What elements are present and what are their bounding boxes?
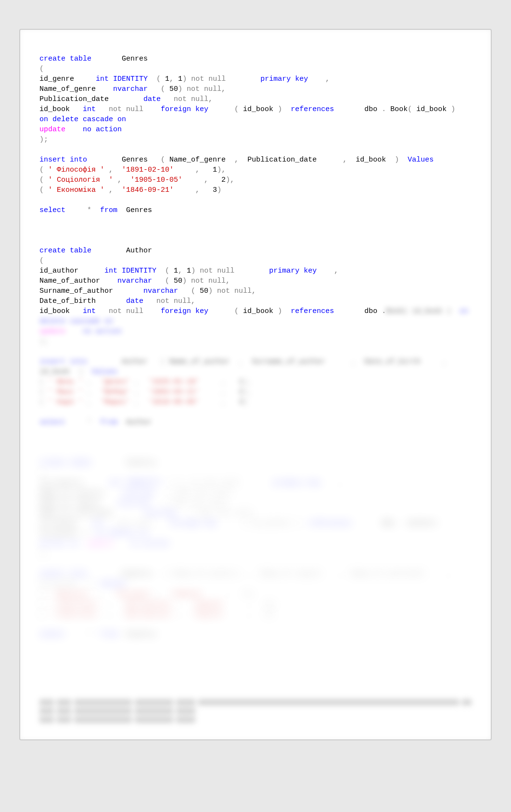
- column-name: Date_of_birth: [39, 297, 126, 305]
- paren: ),: [217, 166, 226, 174]
- values-kw: Values: [408, 156, 434, 164]
- number: 50: [169, 277, 182, 285]
- keyword-create-table: create table: [39, 55, 91, 63]
- datatype: nvarchar: [117, 277, 152, 285]
- comma: ,: [174, 166, 213, 174]
- paren: ),: [226, 176, 234, 184]
- blurred-text: select * from Country: [39, 630, 156, 638]
- number: 50: [195, 287, 208, 295]
- paren: (: [39, 186, 44, 194]
- comma: ,: [317, 267, 338, 275]
- paren: ): [395, 156, 408, 164]
- keyword-create-table: create table: [39, 247, 91, 255]
- datatype: date: [126, 297, 143, 305]
- not-null: ) not null,: [178, 85, 226, 93]
- primary-key: primary key: [269, 267, 317, 275]
- paren: ): [278, 105, 291, 113]
- table-name: Author: [91, 247, 152, 255]
- blurred-text: Name_of_region nvarchar ( 50) not null,: [39, 499, 230, 507]
- column-name: id_book: [39, 105, 83, 113]
- column-list: Name_of_genre: [165, 156, 234, 164]
- comma: ,: [104, 186, 122, 194]
- paren: (: [148, 85, 165, 93]
- column-name: id_genre: [39, 75, 96, 83]
- blurred-text: ( ' Жиль ' , 'Делез' , '1925-01-18' , 1)…: [39, 378, 252, 386]
- column-name: Name_of_author: [39, 277, 117, 285]
- paren: ): [278, 307, 291, 315]
- paren: (: [39, 166, 44, 174]
- string-literal: ' Соціологія ': [44, 176, 113, 184]
- insert-into: insert into: [39, 156, 87, 164]
- paren: (: [39, 176, 44, 184]
- foreign-key: foreign key: [161, 307, 208, 315]
- schema: dbo: [334, 105, 377, 113]
- column-list: id_book: [347, 156, 395, 164]
- column-name: id_book: [39, 307, 83, 315]
- string-literal: '1846-09-21': [122, 186, 174, 194]
- datatype: int IDENTITY: [104, 267, 156, 275]
- paren: (: [178, 287, 195, 295]
- table-name: Genres: [91, 55, 148, 63]
- schema: dbo: [334, 307, 377, 315]
- blurred-text: ( ' Франція ' , 'Західна' , 'Європа' , 1…: [39, 590, 256, 598]
- blurred-text: insert into Country ( Name_of_country , …: [39, 570, 460, 588]
- table-name: Genres: [87, 156, 161, 164]
- string-literal: '1905-10-05': [130, 176, 182, 184]
- blurred-text: (: [39, 469, 44, 477]
- primary-key: primary key: [260, 75, 308, 83]
- not-null: ) not null,: [208, 287, 256, 295]
- blurred-text: ( ' Німеччина ' , 'Центральна' , 'Європа…: [39, 610, 273, 618]
- column-ref: id_book: [239, 307, 278, 315]
- paren: (: [408, 105, 412, 113]
- blurred-text: action on update no action: [39, 539, 169, 548]
- no-action: no action: [83, 125, 122, 134]
- comma: ,: [343, 156, 347, 164]
- table-ref: Book: [390, 105, 408, 113]
- datatype: nvarchar: [143, 287, 178, 295]
- blurred-text: Name_of_continent nvarchar ( 50) not nul…: [39, 509, 256, 517]
- blurred-text: insert into Author ( Name_of_author , Su…: [39, 358, 455, 376]
- from-kw: from: [100, 206, 117, 214]
- blurred-text: id_country int IDENTITY ( 1, 1) not null…: [39, 479, 343, 487]
- not-null: not null: [96, 105, 161, 113]
- end-paren: );: [39, 136, 48, 144]
- column-name: id_author: [39, 267, 104, 275]
- dot: .: [377, 105, 390, 113]
- paren: (: [39, 257, 44, 265]
- update-kw: update: [39, 125, 65, 134]
- paren: (: [208, 307, 239, 315]
- not-null: not null,: [161, 95, 213, 103]
- number: 1: [213, 166, 217, 174]
- column-ref: id_book: [239, 105, 278, 113]
- not-null: not null: [96, 307, 161, 315]
- comma: ,: [308, 75, 330, 83]
- blurred-text: id_author int not null foreign key ( id_…: [39, 519, 442, 537]
- dot: .: [377, 307, 386, 315]
- references: references: [291, 307, 334, 315]
- not-null: ) not null: [182, 75, 260, 83]
- blurred-table-footer: [39, 699, 472, 725]
- comma: ,: [169, 75, 178, 83]
- sql-code-block: create table Genres ( id_genre int IDENT…: [39, 54, 472, 639]
- number: 2: [221, 176, 226, 184]
- cascade: on delete cascade on: [39, 115, 126, 124]
- blurred-text: update no action: [39, 327, 122, 336]
- select-kw: select: [39, 206, 65, 214]
- string-literal: '1891-02-10': [122, 166, 174, 174]
- blurred-text: ( ' Карл ' , 'Маркс' , '1818-05-05' , 3): [39, 398, 247, 406]
- column-list: Publication_date: [239, 156, 343, 164]
- number: 1: [187, 267, 191, 275]
- paren: (: [161, 156, 165, 164]
- datatype: nvarchar: [113, 85, 148, 93]
- blurred-text: );: [39, 337, 48, 346]
- column-ref: id_book: [412, 105, 451, 113]
- number: 3: [213, 186, 217, 194]
- comma: ,: [104, 166, 122, 174]
- string-literal: ' Економіка ': [44, 186, 104, 194]
- number: 1: [178, 75, 182, 83]
- comma: ,: [182, 176, 221, 184]
- datatype: int: [83, 105, 96, 113]
- document-page: create table Genres ( id_genre int IDENT…: [19, 29, 492, 740]
- blurred-text: select * from Author: [39, 418, 152, 426]
- blurred-text: ( ' Німеччина ' , 'Центральна' , 'Європа…: [39, 600, 278, 608]
